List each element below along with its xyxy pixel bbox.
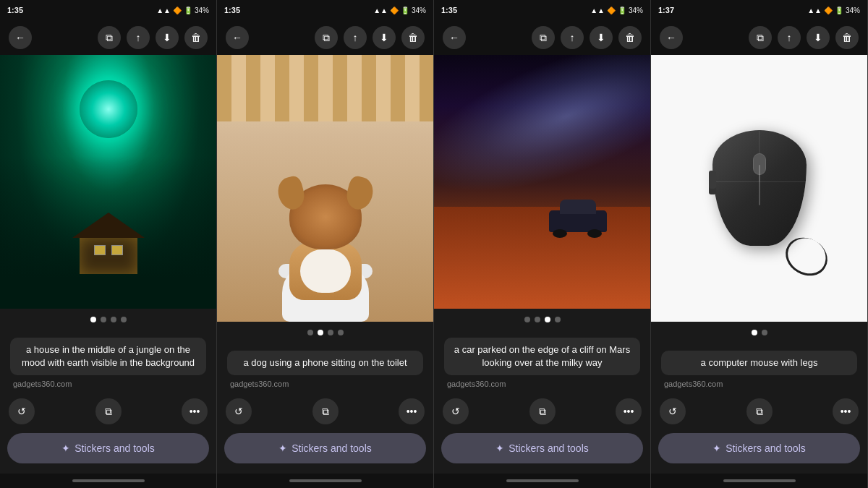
home-bar-line-3	[506, 479, 579, 482]
delete-button-1[interactable]: 🗑	[184, 26, 208, 49]
back-button-4[interactable]: ←	[660, 26, 683, 49]
status-bar-2: 1:35 ▲▲ 🔶 🔋 34%	[217, 0, 433, 20]
more-button-2[interactable]: •••	[399, 398, 425, 424]
more-button-3[interactable]: •••	[616, 398, 642, 424]
refresh-button-4[interactable]: ↺	[660, 398, 686, 424]
copy-button-3[interactable]: ⧉	[532, 26, 555, 49]
wand-icon-1: ✦	[61, 442, 70, 454]
dot-2-4	[338, 330, 344, 335]
layers-button-1[interactable]: ⧉	[95, 398, 122, 424]
site-name-2: gadgets360.com	[227, 378, 423, 390]
toilet-scene	[268, 177, 383, 322]
stickers-wrap-3: ✦ Stickers and tools	[434, 429, 650, 474]
back-button-3[interactable]: ←	[443, 26, 466, 49]
home-bar-1	[0, 474, 216, 488]
home-bar-2	[217, 474, 433, 488]
image-caption-3: a car parked on the edge of a cliff on M…	[444, 338, 640, 375]
download-button-4[interactable]: ⬇	[807, 26, 830, 49]
delete-button-4[interactable]: 🗑	[835, 26, 859, 49]
dot-3-4	[555, 317, 561, 322]
battery-pct-4: 34%	[846, 7, 860, 14]
toolbar-right-1: ⧉ ↑ ⬇ 🗑	[98, 26, 208, 49]
toolbar-1: ← ⧉ ↑ ⬇ 🗑	[0, 20, 216, 55]
dog-image	[217, 55, 433, 322]
dot-3-2	[535, 317, 540, 322]
back-button-1[interactable]: ←	[9, 26, 32, 49]
image-area-2	[217, 55, 433, 322]
wifi-icon-4: 🔶	[824, 7, 833, 14]
jungle-image	[0, 55, 216, 309]
stickers-wrap-2: ✦ Stickers and tools	[217, 429, 433, 474]
layers-button-2[interactable]: ⧉	[312, 398, 339, 424]
signal-icon-2: ▲▲	[373, 7, 388, 14]
delete-button-2[interactable]: 🗑	[401, 26, 425, 49]
toolbar-left-2: ←	[226, 26, 249, 49]
copy-button-2[interactable]: ⧉	[315, 26, 338, 49]
image-area-1	[0, 55, 216, 309]
copy-button-4[interactable]: ⧉	[749, 26, 772, 49]
more-button-1[interactable]: •••	[182, 398, 208, 424]
more-button-4[interactable]: •••	[833, 398, 859, 424]
download-button-3[interactable]: ⬇	[590, 26, 613, 49]
mouse-shape	[712, 130, 807, 246]
stickers-button-3[interactable]: ✦ Stickers and tools	[441, 433, 643, 463]
dot-1-2	[101, 317, 106, 322]
home-bar-line-1	[72, 479, 145, 482]
dots-area-1	[0, 309, 216, 330]
home-bar-3	[434, 474, 650, 488]
stickers-button-1[interactable]: ✦ Stickers and tools	[7, 433, 209, 463]
mouse-center-line	[759, 165, 760, 205]
status-time-2: 1:35	[224, 6, 240, 14]
site-name-4: gadgets360.com	[661, 378, 857, 390]
refresh-button-2[interactable]: ↺	[226, 398, 252, 424]
dot-3-3	[545, 317, 550, 322]
share-button-3[interactable]: ↑	[561, 26, 584, 49]
dot-2-1	[307, 330, 313, 335]
house-windows	[87, 245, 130, 255]
dot-2-3	[328, 330, 333, 335]
stickers-button-2[interactable]: ✦ Stickers and tools	[224, 433, 426, 463]
site-name-1: gadgets360.com	[10, 378, 206, 390]
toolbar-right-3: ⧉ ↑ ⬇ 🗑	[532, 26, 642, 49]
toolbar-right-4: ⧉ ↑ ⬇ 🗑	[749, 26, 859, 49]
image-area-3	[434, 55, 650, 309]
home-bar-line-4	[723, 479, 796, 482]
mars-ground	[434, 207, 650, 308]
back-button-2[interactable]: ←	[226, 26, 249, 49]
battery-icon-3: 🔋	[618, 7, 626, 14]
layers-button-3[interactable]: ⧉	[529, 398, 556, 424]
dots-area-3	[434, 309, 650, 330]
download-button-2[interactable]: ⬇	[373, 26, 396, 49]
delete-button-3[interactable]: 🗑	[618, 26, 642, 49]
status-time-1: 1:35	[7, 6, 23, 14]
wifi-icon-2: 🔶	[390, 7, 399, 14]
status-time-3: 1:35	[441, 6, 457, 14]
refresh-button-1[interactable]: ↺	[9, 398, 35, 424]
status-time-4: 1:37	[658, 6, 674, 14]
refresh-button-3[interactable]: ↺	[443, 398, 469, 424]
info-area-4: a computer mouse with legs gadgets360.co…	[651, 343, 867, 394]
copy-button-1[interactable]: ⧉	[98, 26, 121, 49]
dot-1-4	[121, 317, 127, 322]
stickers-button-4[interactable]: ✦ Stickers and tools	[658, 433, 860, 463]
image-caption-2: a dog using a phone sitting on the toile…	[227, 351, 423, 375]
home-bar-line-2	[289, 479, 362, 482]
status-icons-3: ▲▲ 🔶 🔋 34%	[590, 7, 643, 14]
wand-icon-2: ✦	[278, 442, 287, 454]
share-button-1[interactable]: ↑	[127, 26, 150, 49]
toolbar-4: ← ⧉ ↑ ⬇ 🗑	[651, 20, 867, 55]
mouse-image	[651, 55, 867, 322]
house-body	[80, 238, 137, 274]
status-bar-1: 1:35 ▲▲ 🔶 🔋 34%	[0, 0, 216, 20]
battery-icon-4: 🔋	[835, 7, 843, 14]
share-button-4[interactable]: ↑	[778, 26, 801, 49]
wand-icon-3: ✦	[495, 442, 504, 454]
window-1	[94, 245, 106, 255]
site-name-3: gadgets360.com	[444, 378, 640, 390]
bottom-actions-3: ↺ ⧉ •••	[434, 394, 650, 429]
share-button-2[interactable]: ↑	[344, 26, 367, 49]
download-button-1[interactable]: ⬇	[156, 26, 179, 49]
bottom-actions-2: ↺ ⧉ •••	[217, 394, 433, 429]
layers-button-4[interactable]: ⧉	[746, 398, 773, 424]
dot-3-1	[524, 317, 530, 322]
